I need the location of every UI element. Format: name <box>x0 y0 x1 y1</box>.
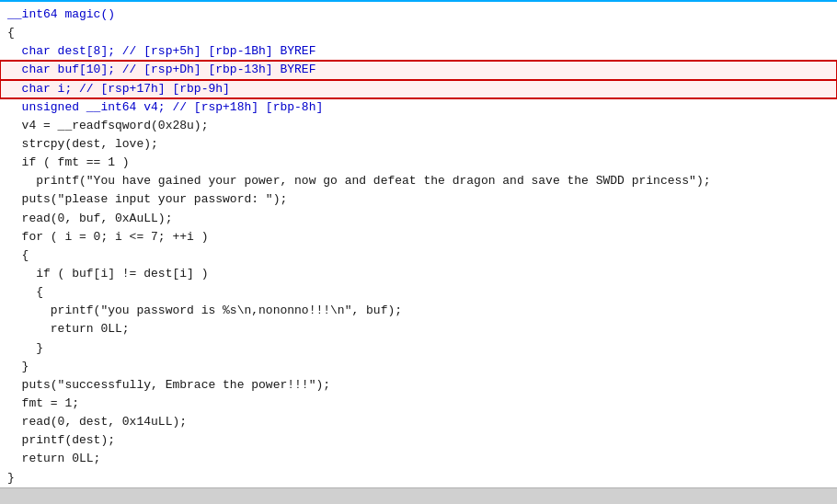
code-line-19: return 0LL; <box>0 320 837 338</box>
code-line-1: __int64 magic() <box>0 6 837 24</box>
code-line-16: if ( buf[i] != dest[i] ) <box>0 265 837 283</box>
code-line-24: read(0, dest, 0x14uLL); <box>0 413 837 431</box>
bottom-bar <box>0 487 837 504</box>
code-line-22: puts("successfully, Embrace the power!!!… <box>0 376 837 395</box>
code-text: printf("you password is %s\n,nononno!!!\… <box>7 302 402 320</box>
code-text: for ( i = 0; i <= 7; ++i ) <box>7 228 208 246</box>
code-line-6: unsigned __int64 v4; // [rsp+18h] [rbp-8… <box>0 98 837 117</box>
code-line-3: char dest[8]; // [rsp+5h] [rbp-1Bh] BYRE… <box>0 42 837 61</box>
code-text: printf(dest); <box>7 431 115 450</box>
code-line-13: read(0, buf, 0xAuLL); <box>0 210 837 228</box>
code-line-4: char buf[10]; // [rsp+Dh] [rbp-13h] BYRE… <box>0 61 837 79</box>
code-text: puts("successfully, Embrace the power!!!… <box>7 376 330 395</box>
code-text: { <box>7 246 29 265</box>
code-text: puts("please input your password: "); <box>7 190 287 209</box>
code-text: { <box>7 24 15 42</box>
code-line-5: char i; // [rsp+17h] [rbp-9h] <box>0 80 837 98</box>
code-line-25: printf(dest); <box>0 431 837 450</box>
code-text: } <box>7 469 15 487</box>
code-text: return 0LL; <box>7 320 130 338</box>
code-line-2: { <box>0 24 837 42</box>
code-text: } <box>7 339 43 358</box>
code-text: printf("You have gained your power, now … <box>7 172 711 190</box>
code-line-18: printf("you password is %s\n,nononno!!!\… <box>0 302 837 320</box>
code-line-20: } <box>0 339 837 358</box>
code-lines: __int64 magic(){ char dest[8]; // [rsp+5… <box>0 6 837 487</box>
code-line-12: puts("please input your password: "); <box>0 190 837 209</box>
code-text: if ( fmt == 1 ) <box>7 154 130 172</box>
code-line-11: printf("You have gained your power, now … <box>0 172 837 190</box>
code-line-8: v4 = __readfsqword(0x28u); <box>0 117 837 135</box>
code-line-21: } <box>0 358 837 376</box>
code-text: } <box>7 358 29 376</box>
code-text: char buf[10]; // [rsp+Dh] [rbp-13h] BYRE… <box>7 61 315 79</box>
code-text: __int64 magic() <box>7 6 115 24</box>
code-text: read(0, dest, 0x14uLL); <box>7 413 187 431</box>
code-line-23: fmt = 1; <box>0 395 837 413</box>
code-text: char dest[8]; // [rsp+5h] [rbp-1Bh] BYRE… <box>7 42 315 61</box>
code-line-17: { <box>0 283 837 302</box>
code-line-10: if ( fmt == 1 ) <box>0 154 837 172</box>
code-line-27: } <box>0 469 837 487</box>
code-line-15: { <box>0 246 837 265</box>
code-text: char i; // [rsp+17h] [rbp-9h] <box>7 80 230 98</box>
code-text: return 0LL; <box>7 450 100 468</box>
code-text: fmt = 1; <box>7 395 79 413</box>
code-line-14: for ( i = 0; i <= 7; ++i ) <box>0 228 837 246</box>
code-text: if ( buf[i] != dest[i] ) <box>7 265 208 283</box>
code-text: strcpy(dest, love); <box>7 135 158 154</box>
code-text: v4 = __readfsqword(0x28u); <box>7 117 208 135</box>
code-text: unsigned __int64 v4; // [rsp+18h] [rbp-8… <box>7 98 323 117</box>
code-viewer: __int64 magic(){ char dest[8]; // [rsp+5… <box>0 0 837 504</box>
code-line-26: return 0LL; <box>0 450 837 468</box>
code-text: read(0, buf, 0xAuLL); <box>7 210 172 228</box>
code-text: { <box>7 283 43 302</box>
code-line-9: strcpy(dest, love); <box>0 135 837 154</box>
